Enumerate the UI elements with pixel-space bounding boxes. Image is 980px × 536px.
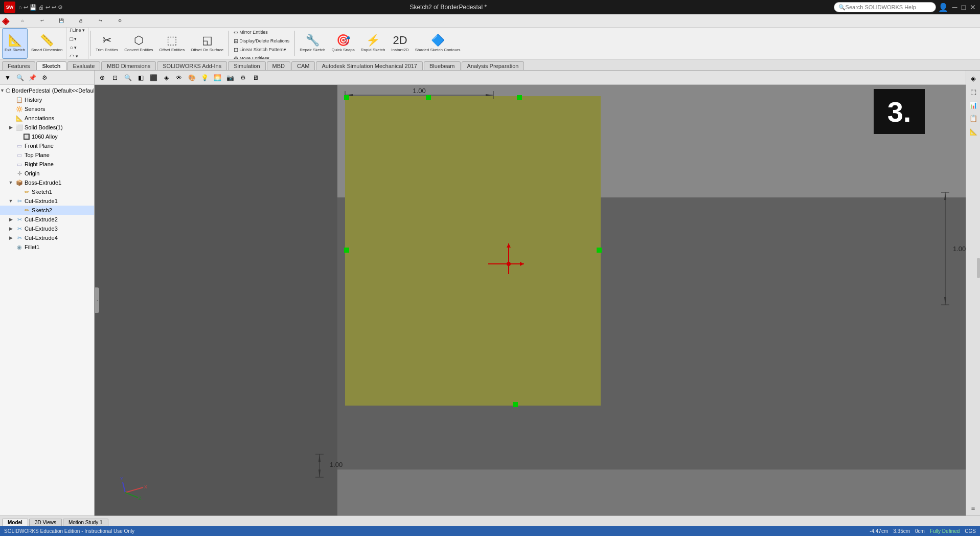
tree-fillet1[interactable]: ◉ Fillet1 [0,242,94,252]
zoom-sel-btn[interactable]: 🔍 [122,72,133,83]
cut1-expand[interactable]: ▼ [7,198,14,204]
main-content: ▼ 🔍 📌 ⚙ ▼ ⬡ BorderPedestal (Default<<Def… [0,71,980,516]
property-manager-btn[interactable]: ◈ [968,73,979,84]
orient-view-btn[interactable]: ⊕ [97,72,108,83]
tree-sketch1[interactable]: ✏ Sketch1 [0,187,94,196]
offset-surface-btn[interactable]: ◱ Offset On Surface [188,28,226,59]
camera-btn[interactable]: 📷 [224,72,236,83]
convert-entities-btn[interactable]: ⬡ Convert Entities [122,28,155,59]
hide-show-btn[interactable]: 👁 [173,72,185,83]
display-style-btn[interactable]: ◈ [161,72,172,83]
tree-cut-extrude1[interactable]: ▼ ✂ Cut-Extrude1 [0,196,94,206]
view-setting-btn[interactable]: ⚙ [237,72,248,83]
exit-sketch-btn[interactable]: 📐 Exit Sketch [2,28,28,59]
tab-mbd[interactable]: MBD [267,61,290,70]
rectangle-btn[interactable]: □ ▾ [67,35,87,43]
cut4-expand[interactable]: ▶ [7,235,14,240]
feature-manager-btn[interactable]: ⬚ [968,86,979,97]
move-entities-btn[interactable]: ✥Move Entities ▾ [232,54,291,59]
tab-cam[interactable]: CAM [291,61,315,70]
redo-btn[interactable]: ↪ [91,14,109,28]
tab-3d-views[interactable]: 3D Views [29,519,62,526]
linear-icon: ⊡ [234,47,238,53]
search-input[interactable] [846,4,922,10]
config-btn[interactable]: ⚙ [39,72,50,83]
monitor-btn[interactable]: 🖥 [250,72,261,83]
viewport[interactable]: ⊕ ⊡ 🔍 ◧ ⬛ ◈ 👁 🎨 💡 🌅 📷 ⚙ 🖥 [95,71,966,516]
instant2d-btn[interactable]: 2D Instant2D [389,28,411,59]
save-btn[interactable]: 💾 [52,14,71,28]
arc-btn[interactable]: ◠ ▾ [67,52,87,59]
tab-analysis[interactable]: Analysis Preparation [462,61,525,70]
line-btn[interactable]: / Line ▾ [67,28,87,34]
title-right: 🔍 👤 ─ □ ✕ [834,2,976,12]
tab-autodesk[interactable]: Autodesk Simulation Mechanical 2017 [316,61,423,70]
display-delete-btn[interactable]: ⊞Display/Delete Relations [232,37,291,46]
edit-appear-btn[interactable]: 🎨 [186,72,197,83]
section-view-btn[interactable]: ◧ [135,72,146,83]
cut2-expand[interactable]: ▶ [7,217,14,222]
undo-btn[interactable]: ↩ [33,14,51,28]
tree-right-plane[interactable]: ▭ Right Plane [0,160,94,169]
user-icon[interactable]: 👤 [938,3,948,12]
circle-btn[interactable]: ○ ▾ [67,43,87,52]
shaded-sketch-btn[interactable]: 🔷 Shaded Sketch Contours [413,28,463,59]
tab-sketch[interactable]: Sketch [36,61,66,70]
tree-sensors[interactable]: 🔆 Sensors [0,104,94,114]
tab-features[interactable]: Features [2,61,35,70]
linear-pattern-btn[interactable]: ⊡Linear Sketch Pattern ▾ [232,46,291,54]
tree-solid-bodies[interactable]: ▶ ⬜ Solid Bodies(1) [0,123,94,132]
circle-icon: ○ [70,44,73,51]
tree-top-plane[interactable]: ▭ Top Plane [0,150,94,160]
print-btn[interactable]: 🖨 [72,14,90,28]
mirror-icon: ⇔ [234,29,238,36]
search-tree-btn[interactable]: 🔍 [14,72,26,83]
config-manager-btn[interactable]: 📊 [968,99,979,110]
tab-bluebeam[interactable]: Bluebeam [424,61,461,70]
tree-1060-alloy[interactable]: 🔲 1060 Alloy [0,132,94,141]
task-pane-btn[interactable]: ≡ [968,502,979,513]
display-manager-btn[interactable]: 📐 [968,126,979,137]
tree-cut-extrude2[interactable]: ▶ ✂ Cut-Extrude2 [0,215,94,224]
dim-expert-btn[interactable]: 📋 [968,113,979,124]
fly-out-btn[interactable]: 📌 [27,72,38,83]
search-box[interactable]: 🔍 [834,2,936,12]
view-3d-btn[interactable]: ⬛ [148,72,159,83]
tree-origin[interactable]: ✛ Origin [0,169,94,178]
window-maximize[interactable]: □ [962,3,966,11]
rapid-sketch-btn[interactable]: ⚡ Rapid Sketch [358,28,388,59]
root-expand[interactable]: ▼ [0,88,5,93]
repair-sketch-btn[interactable]: 🔧 Repair Sketch [297,28,328,59]
cut3-expand[interactable]: ▶ [7,226,14,231]
zoom-fit-btn[interactable]: ⊡ [109,72,121,83]
mirror-entities-btn[interactable]: ⇔Mirror Entities [232,28,291,37]
smart-dimension-btn[interactable]: 📏 Smart Dimension [29,28,65,59]
offset-btn[interactable]: ⬚ Offset Entities [157,28,188,59]
tree-front-plane[interactable]: ▭ Front Plane [0,141,94,150]
window-close[interactable]: ✕ [970,3,976,11]
scene-btn[interactable]: 🌅 [212,72,223,83]
options-btn[interactable]: ⚙ [110,14,129,28]
collapse-arrow[interactable]: › [95,287,99,313]
tree-sketch2[interactable]: ✏ Sketch2 [0,206,94,215]
boss-expand[interactable]: ▼ [7,180,14,185]
tree-history[interactable]: 📋 History [0,95,94,104]
tab-solidworks-addins[interactable]: SOLIDWORKS Add-Ins [157,61,227,70]
tree-boss-extrude1[interactable]: ▼ 📦 Boss-Extrude1 [0,178,94,187]
tab-simulation[interactable]: Simulation [228,61,265,70]
home-btn[interactable]: ⌂ [13,14,32,28]
tree-root[interactable]: ▼ ⬡ BorderPedestal (Default<<Default [0,86,94,95]
window-minimize[interactable]: ─ [952,3,958,11]
tree-cut-extrude3[interactable]: ▶ ✂ Cut-Extrude3 [0,224,94,233]
tree-cut-extrude4[interactable]: ▶ ✂ Cut-Extrude4 [0,233,94,242]
quick-snaps-btn[interactable]: 🎯 Quick Snaps [329,28,357,59]
tab-model[interactable]: Model [2,519,28,526]
trim-entities-btn[interactable]: ✂ Trim Entities [93,28,121,59]
lighting-btn[interactable]: 💡 [199,72,210,83]
filter-btn[interactable]: ▼ [2,72,13,83]
tab-motion-study[interactable]: Motion Study 1 [63,519,108,526]
solid-expand[interactable]: ▶ [7,125,14,130]
tree-annotations[interactable]: 📐 Annotations [0,114,94,123]
tab-evaluate[interactable]: Evaluate [67,61,101,70]
tab-mbd-dimensions[interactable]: MBD Dimensions [101,61,156,70]
